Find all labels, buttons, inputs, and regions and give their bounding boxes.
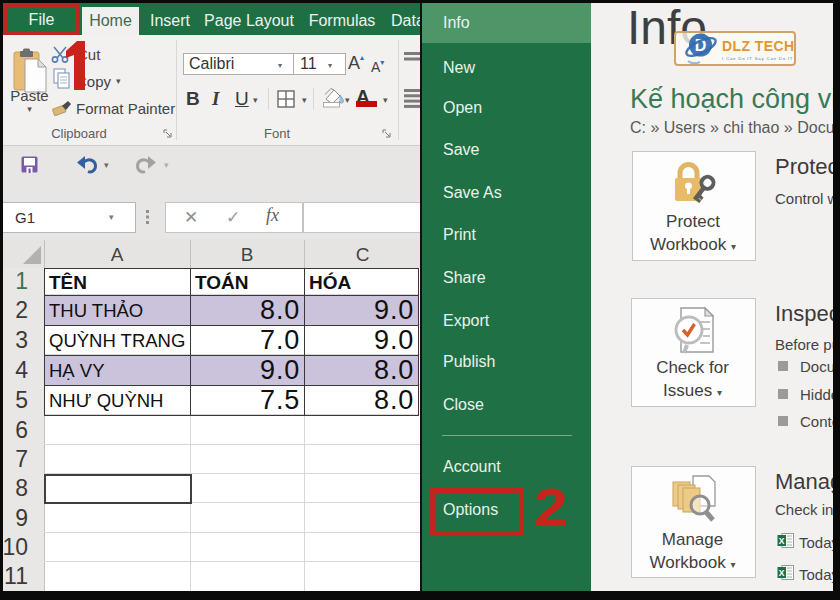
svg-text:X: X: [779, 568, 785, 578]
svg-text:X: X: [779, 536, 785, 546]
